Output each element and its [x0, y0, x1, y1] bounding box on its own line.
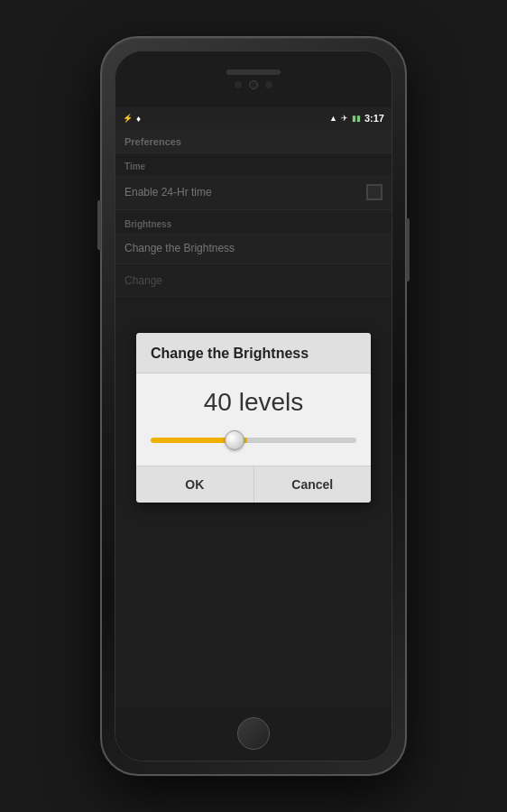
phone-top-bar — [115, 51, 392, 107]
screen: ⚡ ♦ ▲ ✈ ▮ 3:17 Preferences Time — [115, 107, 392, 706]
phone-device: ⚡ ♦ ▲ ✈ ▮ 3:17 Preferences Time — [100, 36, 407, 776]
speaker-grille — [226, 69, 281, 75]
wifi-icon: ▲ — [329, 114, 337, 123]
home-button[interactable] — [237, 717, 270, 750]
sensor-right — [265, 81, 272, 88]
phone-inner: ⚡ ♦ ▲ ✈ ▮ 3:17 Preferences Time — [115, 51, 392, 761]
cancel-button[interactable]: Cancel — [254, 466, 372, 503]
brightness-dialog: Change the Brightness 40 levels OK Cance… — [136, 333, 371, 503]
phone-bottom-bar — [115, 706, 392, 761]
front-camera — [249, 80, 258, 89]
android-icon: ♦ — [136, 114, 141, 124]
status-time: 3:17 — [364, 113, 384, 124]
app-background: Preferences Time Enable 24-Hr time Brigh… — [115, 129, 392, 706]
airplane-icon: ✈ — [341, 114, 348, 123]
brightness-slider-container — [151, 429, 356, 451]
dialog-title-bar: Change the Brightness — [136, 333, 371, 374]
dialog-body: 40 levels — [136, 374, 371, 466]
dialog-overlay: Change the Brightness 40 levels OK Cance… — [115, 129, 392, 706]
dialog-buttons: OK Cancel — [136, 466, 371, 503]
battery-icon: ▮ — [352, 114, 361, 123]
brightness-slider[interactable] — [151, 438, 356, 443]
ok-button[interactable]: OK — [136, 466, 254, 503]
usb-icon: ⚡ — [123, 114, 133, 123]
sensor-left — [235, 81, 242, 88]
status-right-icons: ▲ ✈ ▮ 3:17 — [329, 113, 384, 124]
brightness-level-value: 40 levels — [204, 388, 304, 417]
status-bar: ⚡ ♦ ▲ ✈ ▮ 3:17 — [115, 107, 392, 129]
dialog-title-text: Change the Brightness — [151, 346, 309, 361]
top-sensors — [235, 80, 272, 89]
status-left-icons: ⚡ ♦ — [123, 114, 141, 124]
